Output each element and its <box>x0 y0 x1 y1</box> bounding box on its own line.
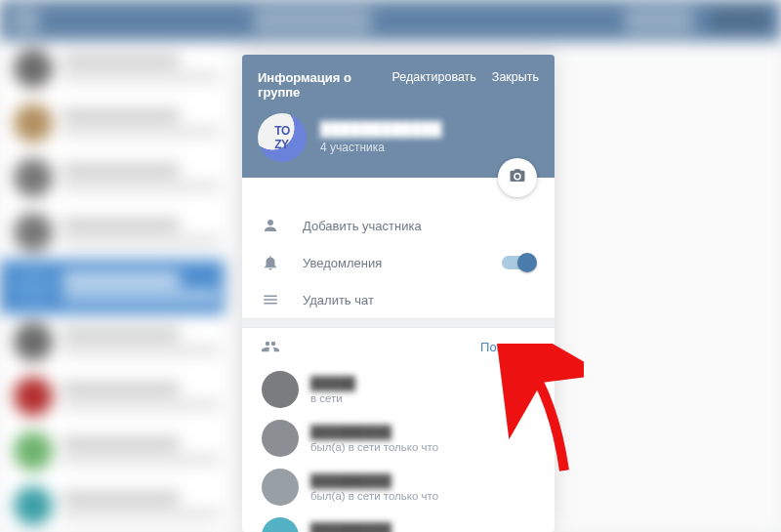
close-link[interactable]: Закрыть <box>492 70 539 84</box>
add-member-label: Добавить участника <box>303 219 422 233</box>
menu-icon <box>262 291 279 308</box>
delete-chat-button[interactable]: Удалить чат <box>242 281 555 318</box>
camera-icon <box>508 167 527 188</box>
member-row[interactable]: █████████ имеет доступ к сообщениям <box>256 512 541 532</box>
group-member-count: 4 участника <box>320 141 442 154</box>
delete-chat-label: Удалить чат <box>303 293 374 307</box>
member-name: █████ <box>310 376 355 390</box>
member-name: █████████ <box>310 425 438 439</box>
member-name: █████████ <box>310 522 458 533</box>
modal-header: Информация о группе Редактировать Закрыт… <box>242 55 555 178</box>
member-row[interactable]: █████████ был(а) в сети только что <box>256 414 541 463</box>
member-name: █████████ <box>310 473 438 488</box>
change-photo-button[interactable] <box>498 158 537 197</box>
members-section-header: Покинуть <box>242 328 555 365</box>
notifications-row[interactable]: Уведомления <box>242 244 555 281</box>
group-name: ████████████ <box>320 121 442 137</box>
person-icon <box>262 217 279 234</box>
member-status: был(а) в сети только что <box>310 490 438 502</box>
member-status: был(а) в сети только что <box>310 441 438 453</box>
edit-link[interactable]: Редактировать <box>391 70 475 84</box>
avatar <box>262 420 299 457</box>
group-avatar[interactable]: TOZY <box>258 113 307 162</box>
section-divider <box>242 318 555 328</box>
modal-title: Информация о группе <box>258 70 391 100</box>
group-info-modal: Информация о группе Редактировать Закрыт… <box>242 55 555 532</box>
avatar <box>262 517 299 532</box>
avatar <box>262 371 299 408</box>
member-list: █████ в сети █████████ был(а) в сети тол… <box>242 365 555 532</box>
notifications-toggle[interactable] <box>502 256 535 269</box>
avatar <box>262 469 299 506</box>
leave-link[interactable]: Покинуть <box>480 340 535 354</box>
actions-section: Добавить участника Уведомления Удалить ч… <box>242 178 555 318</box>
member-status: в сети <box>310 392 355 404</box>
notifications-label: Уведомления <box>303 256 382 270</box>
add-member-button[interactable]: Добавить участника <box>242 207 555 244</box>
bell-icon <box>262 254 279 271</box>
group-icon <box>262 338 279 355</box>
member-row[interactable]: █████ в сети <box>256 365 541 414</box>
member-row[interactable]: █████████ был(а) в сети только что <box>256 463 541 512</box>
